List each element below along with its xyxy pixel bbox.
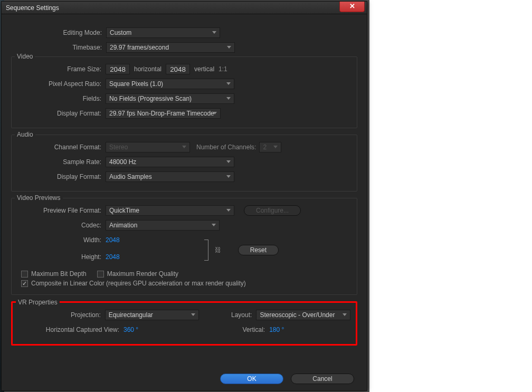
timebase-label: Timebase:	[11, 44, 106, 51]
num-channels-dropdown: 2	[259, 142, 281, 152]
frame-width-input[interactable]	[106, 64, 130, 74]
channel-format-value: Stereo	[109, 144, 128, 151]
fields-value: No Fields (Progressive Scan)	[109, 95, 192, 102]
chevron-down-icon	[226, 175, 231, 178]
codec-label: Codec:	[17, 222, 106, 229]
hcv-label: Horizontal Captured View:	[18, 326, 124, 333]
codec-dropdown[interactable]: Animation	[106, 220, 220, 231]
layout-value: Stereoscopic - Over/Under	[260, 311, 335, 319]
editing-mode-label: Editing Mode:	[11, 29, 106, 36]
chevron-down-icon	[191, 313, 195, 316]
chevron-down-icon	[343, 313, 347, 316]
dialog-content: Editing Mode: Custom Timebase: 29.97 fra…	[2, 14, 367, 357]
background-right	[369, 0, 532, 392]
audio-group: Audio Channel Format: Stereo Number of C…	[11, 135, 357, 192]
video-display-format-dropdown[interactable]: 29.97 fps Non-Drop-Frame Timecode	[106, 108, 221, 119]
horizontal-text: horizontal	[134, 65, 162, 73]
max-render-quality-label: Maximum Render Quality	[107, 270, 178, 278]
max-render-quality-checkbox[interactable]	[97, 271, 104, 278]
chevron-down-icon	[226, 209, 231, 212]
hcv-value[interactable]: 360 °	[124, 326, 138, 333]
bracket-icon	[204, 240, 208, 261]
chevron-down-icon	[182, 146, 186, 148]
preview-format-dropdown[interactable]: QuickTime	[106, 205, 234, 216]
chevron-down-icon	[212, 31, 216, 34]
preview-format-label: Preview File Format:	[17, 207, 106, 214]
max-bit-depth-checkbox[interactable]	[21, 271, 28, 278]
editing-mode-dropdown[interactable]: Custom	[106, 27, 220, 38]
titlebar[interactable]: Sequence Settings ✕	[2, 2, 367, 14]
sample-rate-label: Sample Rate:	[17, 158, 106, 166]
chain-link-icon[interactable]: ⛓	[215, 246, 221, 254]
preview-width-value[interactable]: 2048	[106, 236, 120, 244]
composite-linear-label: Composite in Linear Color (requires GPU …	[31, 280, 246, 287]
video-display-format-label: Display Format:	[17, 110, 106, 117]
sample-rate-dropdown[interactable]: 48000 Hz	[106, 157, 234, 167]
layout-dropdown[interactable]: Stereoscopic - Over/Under	[256, 310, 350, 320]
chevron-down-icon	[227, 46, 231, 49]
cancel-label: Cancel	[312, 375, 332, 383]
audio-group-title: Audio	[15, 131, 35, 138]
sample-rate-value: 48000 Hz	[109, 158, 136, 166]
chevron-down-icon	[226, 160, 231, 163]
par-label: Pixel Aspect Ratio:	[17, 80, 106, 88]
layout-label: Layout:	[199, 311, 256, 319]
fields-label: Fields:	[17, 95, 106, 102]
vertical-text: vertical	[194, 65, 214, 73]
configure-button: Configure...	[244, 205, 301, 216]
par-dropdown[interactable]: Square Pixels (1.0)	[106, 79, 234, 89]
channel-format-dropdown: Stereo	[106, 142, 190, 152]
chevron-down-icon	[226, 97, 231, 100]
video-group-title: Video	[15, 53, 35, 60]
aspect-ratio-text: 1:1	[218, 65, 227, 73]
fields-dropdown[interactable]: No Fields (Progressive Scan)	[106, 93, 234, 104]
dialog-footer: OK Cancel	[220, 374, 354, 384]
preview-format-value: QuickTime	[109, 207, 139, 214]
reset-label: Reset	[250, 246, 267, 254]
editing-mode-value: Custom	[110, 29, 131, 36]
chevron-down-icon	[226, 82, 231, 85]
frame-size-label: Frame Size:	[17, 65, 106, 73]
num-channels-value: 2	[263, 144, 267, 151]
audio-display-format-value: Audio Samples	[109, 173, 152, 180]
num-channels-label: Number of Channels:	[196, 144, 256, 151]
vr-properties-title: VR Properties	[16, 299, 60, 306]
codec-value: Animation	[109, 222, 137, 229]
audio-display-format-label: Display Format:	[17, 173, 106, 180]
ok-button[interactable]: OK	[220, 374, 283, 384]
chevron-down-icon	[213, 112, 217, 114]
timebase-value: 29.97 frames/second	[110, 44, 169, 51]
par-value: Square Pixels (1.0)	[109, 80, 163, 88]
video-group: Video Frame Size: horizontal vertical 1:…	[11, 56, 357, 128]
preview-height-label: Height:	[17, 253, 106, 261]
close-icon: ✕	[349, 2, 355, 10]
frame-height-input[interactable]	[166, 64, 190, 74]
vr-properties-group: VR Properties Projection: Equirectangula…	[11, 301, 357, 346]
projection-dropdown[interactable]: Equirectangular	[105, 310, 200, 320]
preview-width-label: Width:	[17, 236, 106, 244]
channel-format-label: Channel Format:	[17, 144, 106, 151]
video-previews-group: Video Previews Preview File Format: Quic…	[11, 198, 357, 295]
chevron-down-icon	[212, 224, 216, 226]
max-bit-depth-label: Maximum Bit Depth	[31, 270, 87, 278]
close-button[interactable]: ✕	[339, 2, 365, 12]
vr-vertical-label: Vertical:	[138, 326, 269, 333]
preview-height-value[interactable]: 2048	[106, 253, 120, 261]
video-previews-title: Video Previews	[15, 194, 63, 202]
audio-display-format-dropdown[interactable]: Audio Samples	[106, 171, 234, 182]
ok-label: OK	[247, 375, 256, 383]
cancel-button[interactable]: Cancel	[291, 374, 354, 384]
timebase-dropdown[interactable]: 29.97 frames/second	[106, 42, 235, 53]
projection-value: Equirectangular	[109, 311, 153, 319]
chevron-down-icon	[273, 146, 278, 148]
dialog-window: Sequence Settings ✕ Editing Mode: Custom…	[1, 1, 367, 391]
configure-label: Configure...	[256, 207, 289, 214]
projection-label: Projection:	[18, 311, 105, 319]
vr-vertical-value[interactable]: 180 °	[269, 326, 284, 333]
window-title: Sequence Settings	[6, 4, 59, 12]
video-display-format-value: 29.97 fps Non-Drop-Frame Timecode	[109, 110, 214, 117]
reset-button[interactable]: Reset	[238, 245, 279, 255]
composite-linear-checkbox[interactable]	[21, 280, 28, 287]
